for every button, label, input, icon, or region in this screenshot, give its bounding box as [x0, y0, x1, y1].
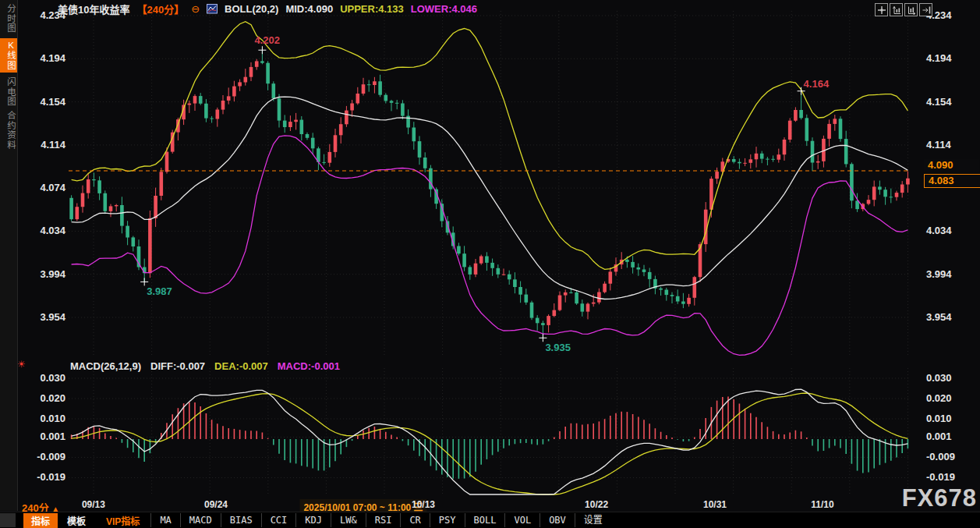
macd-diff-line	[72, 389, 908, 494]
toolbar-item-vip-indicators-tab[interactable]: VIP指标	[95, 513, 150, 528]
boll-lower-value: LOWER:4.046	[411, 3, 477, 15]
toolbar-item-indicators-tab[interactable]: 指标	[23, 513, 58, 528]
toolbar-item-indicator-macd[interactable]: MACD	[180, 513, 221, 527]
toolbar-item-indicator-vol[interactable]: VOL	[504, 513, 540, 527]
dashed-line-price-tag: 4.090	[924, 159, 979, 172]
sidebar-item-contract-info[interactable]: 合约资料	[0, 111, 17, 150]
boll-lower-line	[72, 136, 908, 356]
boll-mid-value: MID:4.090	[285, 3, 333, 15]
toolbar-item-indicator-lwr[interactable]: LW&	[331, 513, 366, 527]
sidebar: 分时图 K线图 闪电图 合约资料	[0, 0, 18, 511]
macd-settings-icon[interactable]: ☀	[17, 359, 26, 370]
boll-label: BOLL(20,2)	[225, 3, 278, 15]
last-price-tag: 4.083	[924, 174, 980, 188]
fx678-watermark: FX678	[902, 484, 977, 512]
sidebar-item-kline-chart[interactable]: K线图	[0, 38, 17, 73]
boll-mid-line	[72, 97, 908, 299]
toolbar-item-indicator-boll[interactable]: BOLL	[465, 513, 505, 527]
collapse-indicator-icon[interactable]: ⊖	[191, 3, 200, 15]
chart-header: 美债10年收益率 【240分】 ⊖ BOLL(20,2) MID:4.090 U…	[58, 2, 477, 16]
crosshair-move-icon[interactable]	[875, 3, 888, 16]
symbol-title: 美债10年收益率	[58, 2, 129, 16]
macd-dea-value: DEA:-0.007	[214, 360, 268, 372]
pan-to-end-icon[interactable]	[919, 3, 932, 16]
x-axis-date-label: 11/10	[811, 499, 833, 510]
toolbar-item-indicator-obv[interactable]: OBV	[540, 513, 575, 527]
toolbar-item-indicator-kdj[interactable]: KDJ	[295, 513, 331, 527]
x-axis-date-label: 09/13	[82, 499, 105, 510]
chart-canvas[interactable]	[0, 0, 980, 528]
trading-app-window: 分时图 K线图 闪电图 合约资料 美债10年收益率 【240分】 ⊖ BOLL(…	[0, 0, 980, 528]
toolbar-item-templates-tab[interactable]: 模板	[58, 513, 95, 528]
toolbar-item-indicator-rsi[interactable]: RSI	[366, 513, 401, 527]
boll-upper-value: UPPER:4.133	[340, 3, 404, 15]
x-axis-date-label: 10/31	[703, 499, 727, 510]
x-axis-date-label: 09/24	[204, 499, 228, 510]
sidebar-item-time-chart[interactable]: 分时图	[0, 4, 17, 34]
mini-chart-icon	[207, 4, 218, 14]
macd-label: MACD(26,12,9)	[70, 360, 141, 372]
toolbar-item-indicator-bias[interactable]: BIAS	[221, 513, 261, 527]
macd-dea-line	[72, 393, 908, 494]
toolbar-item-indicator-cr[interactable]: CR	[400, 513, 429, 527]
toolbar-item-settings-button[interactable]: 设置	[575, 513, 611, 527]
toolbar-handle[interactable]	[0, 513, 16, 527]
indicator-toolbar: 指标模板VIP指标MAMACDBIASCCIKDJLW&RSICRPSYBOLL…	[0, 512, 980, 528]
toolbar-item-indicator-psy[interactable]: PSY	[430, 513, 465, 527]
macd-header: MACD(26,12,9) DIFF:-0.007 DEA:-0.007 MAC…	[70, 360, 340, 372]
macd-macd-value: MACD:-0.001	[278, 360, 340, 372]
chart-tool-icons	[875, 3, 932, 16]
x-axis-date-label: 10/22	[585, 499, 608, 510]
period-badge[interactable]: 【240分】	[136, 2, 184, 16]
toolbar-item-indicator-cci[interactable]: CCI	[261, 513, 296, 527]
macd-diff-value: DIFF:-0.007	[150, 360, 205, 372]
macd-histogram-layer	[72, 396, 908, 478]
sidebar-item-flash-chart[interactable]: 闪电图	[0, 77, 17, 107]
x-axis-date-label: 10/13	[412, 499, 435, 510]
axis-scale-right-icon[interactable]	[904, 3, 918, 16]
toolbar-item-indicator-ma[interactable]: MA	[150, 513, 179, 527]
axis-scale-left-icon[interactable]	[890, 3, 903, 16]
